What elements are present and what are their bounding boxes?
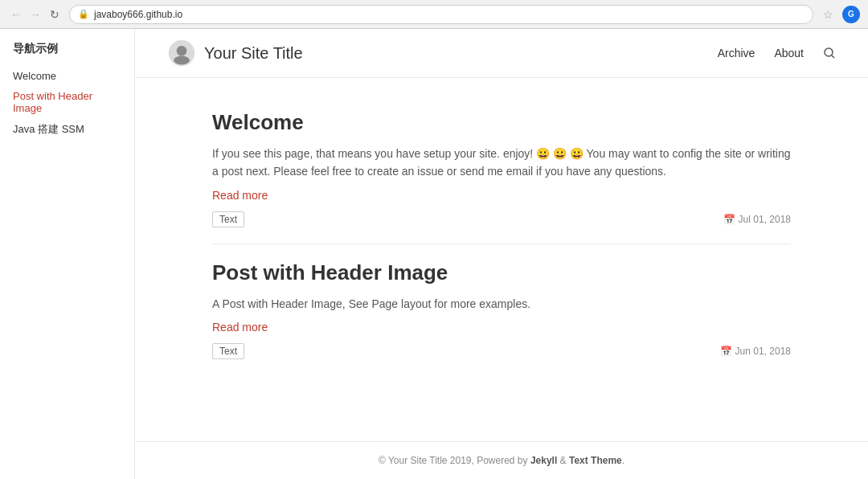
site-title: Your Site Title	[204, 44, 303, 63]
read-more-welcome[interactable]: Read more	[212, 189, 268, 202]
site-footer: © Your Site Title 2019, Powered by Jekyl…	[135, 441, 868, 479]
post-title-welcome: Welcome	[212, 110, 791, 135]
sidebar-link-post-header[interactable]: Post with Header Image	[0, 86, 134, 118]
sidebar-nav: Welcome Post with Header Image Java 搭建 S…	[0, 66, 134, 141]
footer-amp: &	[557, 455, 569, 466]
svg-line-4	[832, 55, 834, 58]
posts-area: Welcome If you see this page, that means…	[180, 78, 823, 441]
sidebar-link-java[interactable]: Java 搭建 SSM	[0, 118, 134, 141]
address-bar[interactable]: 🔒 javaboy666.github.io	[69, 5, 813, 24]
site-logo-icon	[167, 39, 196, 68]
bookmark-button[interactable]: ☆	[820, 6, 836, 23]
calendar-icon-welcome: 📅	[723, 214, 735, 225]
post-excerpt-header-image: A Post with Header Image, See Page layou…	[212, 295, 791, 313]
profile-button[interactable]: G	[842, 6, 860, 23]
svg-point-3	[825, 48, 833, 56]
post-entry-header-image: Post with Header Image A Post with Heade…	[212, 244, 791, 375]
search-button[interactable]	[823, 47, 836, 59]
site-nav: Archive About	[718, 47, 836, 59]
footer-copy: © Your Site Title 2019, Powered by	[379, 455, 530, 466]
lock-icon: 🔒	[78, 9, 89, 19]
site-header: Your Site Title Archive About	[135, 29, 868, 78]
reload-button[interactable]: ↻	[47, 6, 63, 23]
main-content: Your Site Title Archive About Welcome If…	[135, 29, 868, 479]
post-date-text-welcome: Jul 01, 2018	[739, 214, 791, 225]
post-date-text-header-image: Jun 01, 2018	[735, 346, 791, 357]
nav-archive[interactable]: Archive	[718, 47, 755, 59]
sidebar-link-welcome[interactable]: Welcome	[0, 66, 134, 86]
footer-theme-label: Text Theme	[569, 455, 622, 466]
site-brand: Your Site Title	[167, 39, 303, 68]
back-button[interactable]: ←	[8, 6, 24, 23]
sidebar-item-post-header[interactable]: Post with Header Image	[0, 86, 134, 118]
sidebar-item-welcome[interactable]: Welcome	[0, 66, 134, 86]
browser-actions: ☆ G	[820, 6, 860, 23]
read-more-header-image[interactable]: Read more	[212, 321, 268, 334]
svg-point-1	[177, 46, 187, 56]
footer-text: © Your Site Title 2019, Powered by Jekyl…	[379, 455, 624, 466]
forward-button[interactable]: →	[27, 6, 43, 23]
nav-about[interactable]: About	[774, 47, 804, 59]
post-title-header-image: Post with Header Image	[212, 260, 791, 285]
sidebar-title: 导航示例	[0, 42, 134, 66]
sidebar: 导航示例 Welcome Post with Header Image Java…	[0, 29, 135, 479]
footer-jekyll-link[interactable]: Jekyll	[530, 455, 557, 466]
post-tag-header-image: Text	[212, 343, 244, 359]
page-wrapper: 导航示例 Welcome Post with Header Image Java…	[0, 29, 868, 479]
search-icon	[823, 47, 836, 59]
post-meta-header-image: Text 📅 Jun 01, 2018	[212, 343, 791, 359]
browser-nav-buttons: ← → ↻	[8, 6, 63, 23]
post-entry-welcome: Welcome If you see this page, that means…	[212, 94, 791, 244]
svg-point-2	[174, 56, 190, 65]
url-text: javaboy666.github.io	[94, 9, 182, 20]
calendar-icon-header-image: 📅	[720, 346, 732, 357]
post-date-welcome: 📅 Jul 01, 2018	[723, 214, 791, 225]
footer-period: .	[622, 455, 624, 466]
browser-chrome: ← → ↻ 🔒 javaboy666.github.io ☆ G	[0, 0, 868, 29]
footer-theme-link[interactable]: Text Theme	[569, 455, 622, 466]
post-tag-welcome: Text	[212, 211, 244, 227]
post-date-header-image: 📅 Jun 01, 2018	[720, 346, 791, 357]
sidebar-item-java[interactable]: Java 搭建 SSM	[0, 118, 134, 141]
post-meta-welcome: Text 📅 Jul 01, 2018	[212, 211, 791, 227]
post-excerpt-welcome: If you see this page, that means you hav…	[212, 145, 791, 181]
